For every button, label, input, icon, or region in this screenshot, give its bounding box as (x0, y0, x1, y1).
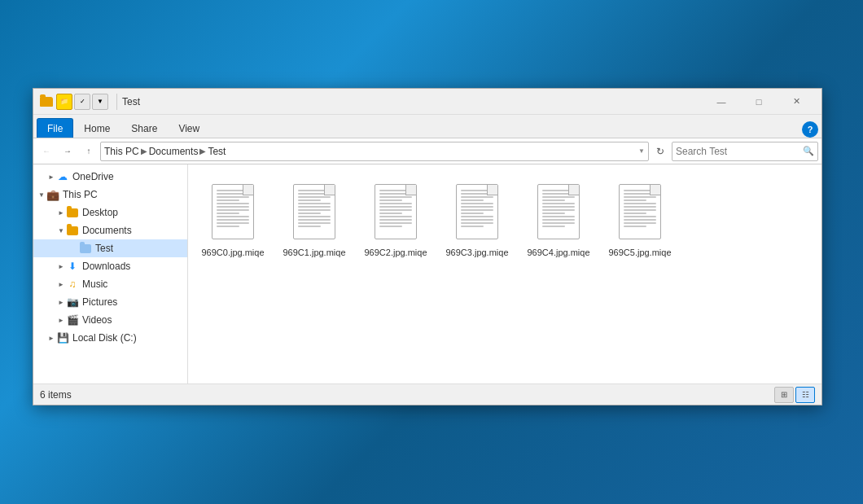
view-grid-button[interactable]: ⊞ (774, 387, 794, 403)
expand-videos[interactable]: ► (56, 315, 66, 325)
minimize-button[interactable]: — (703, 89, 740, 115)
search-icon[interactable]: 🔍 (803, 146, 814, 156)
sidebar-item-desktop[interactable]: ► Desktop (33, 204, 187, 221)
downloads-icon: ⬇ (66, 260, 79, 273)
sidebar-label-documents: Documents (82, 225, 132, 236)
refresh-button[interactable]: ↻ (651, 142, 670, 161)
expand-pictures[interactable]: ► (56, 297, 66, 307)
main-content: ► ☁ OneDrive ▼ 💼 This PC ► Desktop ▼ Doc… (33, 164, 821, 383)
doc-icon (375, 184, 417, 239)
qa-btn-dropdown[interactable]: ▼ (92, 94, 108, 110)
sidebar-label-localdisk: Local Disk (C:) (72, 332, 137, 344)
music-icon: ♫ (66, 278, 79, 291)
path-test: Test (208, 146, 226, 157)
status-count: 6 items (40, 389, 774, 401)
tab-share[interactable]: Share (120, 118, 168, 138)
sidebar-label-music: Music (82, 278, 107, 290)
maximize-button[interactable]: □ (740, 89, 778, 115)
test-folder-icon (79, 242, 92, 255)
back-button[interactable]: ← (37, 142, 56, 161)
onedrive-icon: ☁ (56, 170, 69, 183)
window-title: Test (122, 96, 703, 107)
ribbon: File Home Share View ? (33, 115, 821, 138)
expand-localdisk[interactable]: ► (46, 333, 56, 343)
file-name: 969C4.jpg.miqe (527, 248, 589, 258)
doc-icon (212, 184, 254, 239)
window-icon (40, 95, 53, 108)
qa-btn-1[interactable]: 📁 (56, 94, 72, 110)
sidebar: ► ☁ OneDrive ▼ 💼 This PC ► Desktop ▼ Doc… (33, 164, 188, 383)
explorer-window: 📁 ✓ ▼ Test — □ ✕ File Home Share View ? … (33, 88, 822, 405)
close-button[interactable]: ✕ (778, 89, 815, 115)
window-controls: — □ ✕ (703, 89, 815, 115)
sidebar-label-test: Test (95, 243, 113, 254)
path-documents: Documents (149, 146, 199, 157)
search-input[interactable] (676, 146, 803, 157)
doc-icon (293, 184, 335, 239)
doc-icon (619, 184, 661, 239)
sidebar-item-pictures[interactable]: ► 📷 Pictures (33, 293, 187, 311)
quick-access-toolbar: 📁 ✓ ▼ (56, 94, 108, 110)
file-icon-wrap (207, 179, 259, 244)
localdisk-icon: 💾 (56, 331, 69, 344)
tab-home[interactable]: Home (73, 118, 120, 138)
tab-view[interactable]: View (168, 118, 210, 138)
file-name: 969C1.jpg.miqe (283, 248, 345, 258)
file-name: 969C5.jpg.miqe (608, 248, 671, 258)
videos-icon: 🎬 (66, 313, 79, 327)
file-item[interactable]: 969C3.jpg.miqe (440, 173, 514, 265)
sidebar-label-desktop: Desktop (82, 207, 118, 218)
file-item[interactable]: 969C5.jpg.miqe (603, 173, 677, 265)
help-button[interactable]: ? (802, 121, 818, 138)
status-bar: 6 items ⊞ ☷ (33, 383, 821, 405)
sidebar-label-downloads: Downloads (82, 261, 130, 272)
qa-btn-2[interactable]: ✓ (74, 94, 90, 110)
doc-icon (537, 184, 580, 239)
ribbon-tabs: File Home Share View ? (33, 115, 821, 138)
sidebar-item-thispc[interactable]: ▼ 💼 This PC (33, 186, 187, 204)
file-icon-wrap (451, 179, 503, 244)
pictures-icon: 📷 (66, 296, 79, 309)
file-icon-wrap (288, 179, 340, 244)
path-sep-1: ▶ (141, 147, 147, 156)
file-item[interactable]: 969C1.jpg.miqe (278, 173, 351, 265)
view-buttons: ⊞ ☷ (774, 387, 815, 403)
expand-test: ► (69, 243, 79, 253)
file-area: 969C0.jpg.miqe969C1.jpg.miqe969C2.jpg.mi… (188, 164, 821, 383)
sidebar-item-videos[interactable]: ► 🎬 Videos (33, 311, 187, 329)
sidebar-label-pictures: Pictures (82, 296, 117, 308)
view-list-button[interactable]: ☷ (795, 387, 815, 403)
documents-icon (66, 224, 79, 237)
search-box[interactable]: 🔍 (672, 142, 818, 161)
expand-desktop[interactable]: ► (56, 208, 66, 217)
title-separator (116, 94, 117, 110)
address-path[interactable]: This PC ▶ Documents ▶ Test ▼ (100, 142, 649, 161)
expand-downloads[interactable]: ► (56, 261, 66, 271)
sidebar-item-test[interactable]: ► Test (33, 239, 187, 257)
expand-music[interactable]: ► (56, 279, 66, 289)
tab-file[interactable]: File (37, 118, 73, 138)
thispc-icon: 💼 (46, 188, 59, 201)
file-icon-wrap (370, 179, 422, 244)
path-thispc: This PC (104, 146, 139, 157)
expand-onedrive[interactable]: ► (46, 172, 56, 182)
sidebar-label-thispc: This PC (63, 189, 98, 200)
up-button[interactable]: ↑ (79, 142, 99, 161)
sidebar-item-downloads[interactable]: ► ⬇ Downloads (33, 257, 187, 275)
file-item[interactable]: 969C4.jpg.miqe (522, 173, 595, 265)
forward-button[interactable]: → (58, 142, 77, 161)
sidebar-item-documents[interactable]: ▼ Documents (33, 221, 187, 239)
path-dropdown-icon[interactable]: ▼ (638, 147, 645, 155)
file-name: 969C3.jpg.miqe (445, 248, 508, 258)
file-item[interactable]: 969C0.jpg.miqe (196, 173, 269, 265)
sidebar-item-localdisk[interactable]: ► 💾 Local Disk (C:) (33, 329, 187, 347)
file-name: 969C0.jpg.miqe (201, 248, 264, 258)
address-bar: ← → ↑ This PC ▶ Documents ▶ Test ▼ ↻ 🔍 (33, 138, 821, 164)
expand-documents[interactable]: ▼ (56, 226, 66, 235)
sidebar-item-onedrive[interactable]: ► ☁ OneDrive (33, 168, 187, 186)
sidebar-item-music[interactable]: ► ♫ Music (33, 275, 187, 293)
file-icon-wrap (532, 179, 585, 244)
expand-thispc[interactable]: ▼ (37, 190, 46, 199)
file-item[interactable]: 969C2.jpg.miqe (359, 173, 432, 265)
sidebar-label-onedrive: OneDrive (72, 171, 114, 182)
